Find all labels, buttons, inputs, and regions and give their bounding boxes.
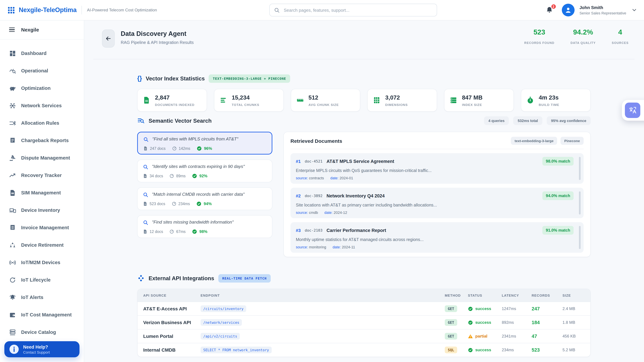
sidebar-item-label: Operational [21,68,48,73]
search-list-icon [137,117,144,124]
avatar[interactable] [562,4,574,16]
date-label: date: [330,176,338,180]
semantic-search-section-header: Semantic Vector Search 4 queries 532ms t… [137,116,591,125]
check-circle-icon [468,348,473,353]
section-title: Semantic Vector Search [148,117,212,124]
endpoint-code: /api/v2/circuits [200,333,240,340]
source-label: source: [296,176,308,180]
api-source-name: Verizon Business API [143,320,200,325]
table-header: API SOURCE ENDPOINT METHOD STATUS LATENC… [138,289,590,302]
search-icon [143,220,148,225]
query-text: "Find sites missing bandwidth informatio… [152,220,234,225]
stat-sources: 4 SOURCES [612,28,628,44]
global-search[interactable] [269,4,437,16]
col-method: METHOD [445,294,468,297]
scrollbar-thumb[interactable] [579,226,580,249]
query-card-1[interactable]: "Find all sites with MPLS circuits from … [137,132,272,155]
document-icon [142,96,150,104]
col-api-source: API SOURCE [143,294,200,297]
document-result-2[interactable]: #2 doc-3892 Network Inventory Q4 2024 94… [290,188,584,218]
warning-triangle-icon [468,334,473,339]
app-window: Nexgile-TeleOptima AI-Powered Telecom Co… [0,0,644,362]
query-card-3[interactable]: "Match internal CMDB records with carrie… [137,187,272,210]
query-text: "Match internal CMDB records with carrie… [152,192,244,197]
ruler-icon [296,96,304,104]
user-info[interactable]: John Smith Senior Sales Representative [580,5,626,15]
menu-icon[interactable] [9,27,15,32]
sidebar-item-sim-management[interactable]: SIM Management [0,184,84,201]
sidebar-item-iot-alerts[interactable]: IoT Alerts [0,289,84,306]
source-value: contracts [309,176,324,180]
sidebar-item-operational[interactable]: Operational [0,62,84,79]
date-value: 2024-12 [334,211,347,215]
recycle-icon [9,242,16,249]
query-card-4[interactable]: "Find sites missing bandwidth informatio… [137,215,272,238]
verified-badge-icon [192,229,198,234]
sidebar-item-device-catalog[interactable]: Device Catalog [0,324,84,341]
scrollbar-thumb[interactable] [579,191,580,215]
sidebar-item-optimization[interactable]: Optimization [0,79,84,97]
query-docs: 523 docs [143,201,165,206]
match-badge: 94.0% match [542,191,574,200]
doc-icon [143,201,148,206]
sidebar-item-network-services[interactable]: Network Services [0,97,84,114]
sidebar-item-chargeback-reports[interactable]: Chargeback Reports [0,132,84,149]
records-value: 523 [532,347,562,353]
sidebar-item-iot-lifecycle[interactable]: IoT Lifecycle [0,271,84,289]
notification-badge: 2 [550,4,556,9]
doc-title: AT&T MPLS Service Agreement [326,159,394,164]
col-endpoint: ENDPOINT [200,294,445,297]
search-input[interactable] [283,7,432,13]
translate-widget[interactable] [622,100,644,121]
sidebar-item-iot-cost-management[interactable]: IoT Cost Management [0,306,84,324]
query-card-2[interactable]: "Identify sites with contracts expiring … [137,160,272,182]
sidebar-header: Nexgile [0,20,84,39]
sidebar-item-label: IoT Alerts [21,295,44,300]
refresh-cycle-icon [9,276,16,283]
method-badge: SQL [445,347,457,353]
app-logo-icon [8,6,15,14]
status-success: success [468,306,502,311]
document-result-3[interactable]: #3 doc-2103 Carrier Performance Report 9… [290,222,584,253]
sidebar-item-dispute-management[interactable]: Dispute Management [0,149,84,167]
main-content: Data Discovery Agent RAG Pipeline & API … [84,20,644,362]
match-badge: 91.0% match [542,226,574,235]
stopwatch-icon [526,96,534,104]
latency-value: 234ms [502,348,532,352]
table-row: Lumen Portal /api/v2/circuits GET partia… [138,329,590,343]
signal-icon [9,259,16,266]
sidebar-item-allocation-rules[interactable]: Allocation Rules [0,114,84,132]
col-size: SIZE [562,294,590,297]
back-button[interactable] [102,29,115,48]
translate-icon [625,103,640,118]
size-value: 2.4 MB [562,306,590,311]
chevron-down-icon[interactable] [631,7,637,13]
doc-icon [143,146,148,151]
stat-card-label: INDEX SIZE [462,103,483,106]
stat-card-label: BUILD TIME [539,103,559,106]
trend-up-icon [9,172,16,179]
document-result-1[interactable]: #1 doc-4521 AT&T MPLS Service Agreement … [290,153,584,184]
sidebar-item-device-retirement[interactable]: Device Retirement [0,236,84,254]
sidebar-item-recovery-tracker[interactable]: Recovery Tracker [0,167,84,184]
doc-snippet: Site locations with AT&T as primary carr… [296,203,574,207]
sidebar-item-dashboard[interactable]: Dashboard [0,44,84,62]
contact-support-button[interactable]: Need Help? Contact Support [4,341,80,357]
realtime-fetch-badge: REAL-TIME DATA FETCH [218,274,271,282]
col-records: RECORDS [532,294,562,297]
stat-card-index-size: 847 MB INDEX SIZE [444,89,514,112]
invoice-icon [9,224,16,231]
stat-card-build-time: 4m 23s BUILD TIME [521,89,591,112]
notifications-button[interactable]: 2 [545,6,553,14]
braces-icon: { } [137,75,142,82]
sidebar-item-invoice-management[interactable]: Invoice Management [0,219,84,236]
receipt-icon [9,137,16,144]
header-divider [93,59,634,59]
match-badge: 98.0% match [542,157,574,166]
sidebar-item-device-inventory[interactable]: Device Inventory [0,201,84,219]
sidebar-item-iot-m2m-devices[interactable]: IoT/M2M Devices [0,254,84,271]
embedding-chip: text-embedding-3-large [511,137,557,145]
sidebar-item-label: Network Services [21,103,62,108]
stat-card-documents-indexed: 2,847 DOCUMENTS INDEXED [137,89,207,112]
scrollbar-thumb[interactable] [579,157,580,180]
